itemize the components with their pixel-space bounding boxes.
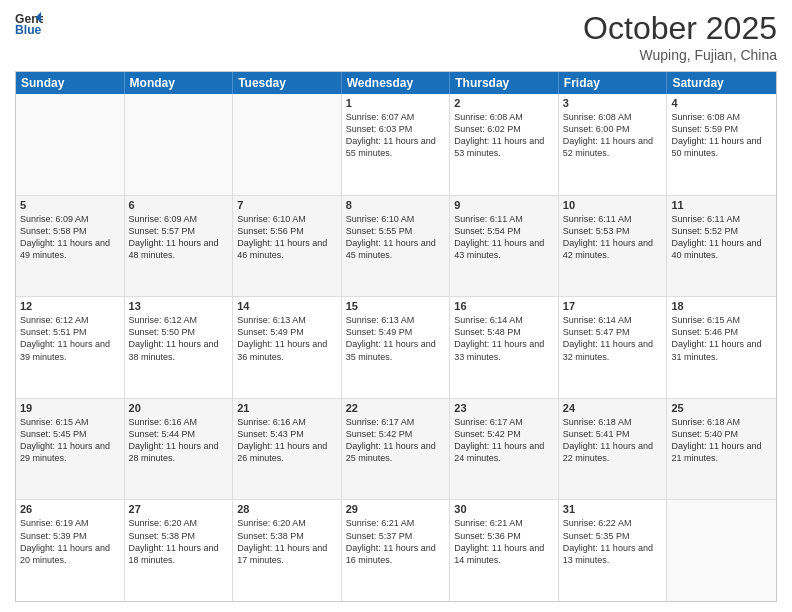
day-info: Sunrise: 6:17 AMSunset: 5:42 PMDaylight:… [454, 416, 554, 465]
day-number: 23 [454, 402, 554, 414]
day-cell: 6Sunrise: 6:09 AMSunset: 5:57 PMDaylight… [125, 196, 234, 297]
day-number: 10 [563, 199, 663, 211]
day-cell: 30Sunrise: 6:21 AMSunset: 5:36 PMDayligh… [450, 500, 559, 601]
day-header: Monday [125, 72, 234, 94]
day-header: Sunday [16, 72, 125, 94]
day-cell: 1Sunrise: 6:07 AMSunset: 6:03 PMDaylight… [342, 94, 451, 195]
day-info: Sunrise: 6:15 AMSunset: 5:45 PMDaylight:… [20, 416, 120, 465]
weeks: 1Sunrise: 6:07 AMSunset: 6:03 PMDaylight… [16, 94, 776, 601]
day-info: Sunrise: 6:14 AMSunset: 5:48 PMDaylight:… [454, 314, 554, 363]
day-cell: 20Sunrise: 6:16 AMSunset: 5:44 PMDayligh… [125, 399, 234, 500]
day-info: Sunrise: 6:12 AMSunset: 5:50 PMDaylight:… [129, 314, 229, 363]
day-number: 24 [563, 402, 663, 414]
title-block: October 2025 Wuping, Fujian, China [583, 10, 777, 63]
day-cell: 13Sunrise: 6:12 AMSunset: 5:50 PMDayligh… [125, 297, 234, 398]
day-cell: 26Sunrise: 6:19 AMSunset: 5:39 PMDayligh… [16, 500, 125, 601]
day-info: Sunrise: 6:15 AMSunset: 5:46 PMDaylight:… [671, 314, 772, 363]
day-number: 14 [237, 300, 337, 312]
day-info: Sunrise: 6:18 AMSunset: 5:41 PMDaylight:… [563, 416, 663, 465]
day-info: Sunrise: 6:20 AMSunset: 5:38 PMDaylight:… [237, 517, 337, 566]
day-number: 1 [346, 97, 446, 109]
day-info: Sunrise: 6:12 AMSunset: 5:51 PMDaylight:… [20, 314, 120, 363]
day-info: Sunrise: 6:22 AMSunset: 5:35 PMDaylight:… [563, 517, 663, 566]
day-cell: 17Sunrise: 6:14 AMSunset: 5:47 PMDayligh… [559, 297, 668, 398]
day-number: 2 [454, 97, 554, 109]
day-number: 22 [346, 402, 446, 414]
day-number: 8 [346, 199, 446, 211]
day-header: Saturday [667, 72, 776, 94]
day-number: 29 [346, 503, 446, 515]
day-info: Sunrise: 6:08 AMSunset: 6:00 PMDaylight:… [563, 111, 663, 160]
day-info: Sunrise: 6:16 AMSunset: 5:43 PMDaylight:… [237, 416, 337, 465]
day-info: Sunrise: 6:21 AMSunset: 5:36 PMDaylight:… [454, 517, 554, 566]
day-number: 30 [454, 503, 554, 515]
day-cell: 2Sunrise: 6:08 AMSunset: 6:02 PMDaylight… [450, 94, 559, 195]
day-cell: 18Sunrise: 6:15 AMSunset: 5:46 PMDayligh… [667, 297, 776, 398]
week-row: 5Sunrise: 6:09 AMSunset: 5:58 PMDaylight… [16, 196, 776, 298]
day-cell: 12Sunrise: 6:12 AMSunset: 5:51 PMDayligh… [16, 297, 125, 398]
day-number: 9 [454, 199, 554, 211]
day-number: 19 [20, 402, 120, 414]
day-number: 11 [671, 199, 772, 211]
day-cell: 31Sunrise: 6:22 AMSunset: 5:35 PMDayligh… [559, 500, 668, 601]
day-cell: 14Sunrise: 6:13 AMSunset: 5:49 PMDayligh… [233, 297, 342, 398]
day-info: Sunrise: 6:08 AMSunset: 5:59 PMDaylight:… [671, 111, 772, 160]
week-row: 19Sunrise: 6:15 AMSunset: 5:45 PMDayligh… [16, 399, 776, 501]
day-cell: 29Sunrise: 6:21 AMSunset: 5:37 PMDayligh… [342, 500, 451, 601]
day-number: 28 [237, 503, 337, 515]
day-number: 5 [20, 199, 120, 211]
day-header: Wednesday [342, 72, 451, 94]
day-cell: 10Sunrise: 6:11 AMSunset: 5:53 PMDayligh… [559, 196, 668, 297]
logo-icon: General Blue [15, 10, 43, 38]
day-cell: 9Sunrise: 6:11 AMSunset: 5:54 PMDaylight… [450, 196, 559, 297]
day-info: Sunrise: 6:11 AMSunset: 5:52 PMDaylight:… [671, 213, 772, 262]
svg-text:Blue: Blue [15, 23, 42, 37]
day-number: 13 [129, 300, 229, 312]
day-cell: 11Sunrise: 6:11 AMSunset: 5:52 PMDayligh… [667, 196, 776, 297]
week-row: 1Sunrise: 6:07 AMSunset: 6:03 PMDaylight… [16, 94, 776, 196]
day-info: Sunrise: 6:20 AMSunset: 5:38 PMDaylight:… [129, 517, 229, 566]
day-number: 15 [346, 300, 446, 312]
day-number: 27 [129, 503, 229, 515]
header: General Blue October 2025 Wuping, Fujian… [15, 10, 777, 63]
day-cell: 7Sunrise: 6:10 AMSunset: 5:56 PMDaylight… [233, 196, 342, 297]
day-cell: 21Sunrise: 6:16 AMSunset: 5:43 PMDayligh… [233, 399, 342, 500]
day-header: Thursday [450, 72, 559, 94]
day-headers: SundayMondayTuesdayWednesdayThursdayFrid… [16, 72, 776, 94]
empty-cell [125, 94, 234, 195]
day-number: 16 [454, 300, 554, 312]
day-number: 26 [20, 503, 120, 515]
day-info: Sunrise: 6:11 AMSunset: 5:54 PMDaylight:… [454, 213, 554, 262]
day-cell: 24Sunrise: 6:18 AMSunset: 5:41 PMDayligh… [559, 399, 668, 500]
day-info: Sunrise: 6:13 AMSunset: 5:49 PMDaylight:… [237, 314, 337, 363]
week-row: 26Sunrise: 6:19 AMSunset: 5:39 PMDayligh… [16, 500, 776, 601]
day-cell: 3Sunrise: 6:08 AMSunset: 6:00 PMDaylight… [559, 94, 668, 195]
day-cell: 22Sunrise: 6:17 AMSunset: 5:42 PMDayligh… [342, 399, 451, 500]
day-cell: 15Sunrise: 6:13 AMSunset: 5:49 PMDayligh… [342, 297, 451, 398]
day-info: Sunrise: 6:21 AMSunset: 5:37 PMDaylight:… [346, 517, 446, 566]
empty-cell [667, 500, 776, 601]
day-number: 12 [20, 300, 120, 312]
day-cell: 4Sunrise: 6:08 AMSunset: 5:59 PMDaylight… [667, 94, 776, 195]
month-title: October 2025 [583, 10, 777, 47]
week-row: 12Sunrise: 6:12 AMSunset: 5:51 PMDayligh… [16, 297, 776, 399]
day-info: Sunrise: 6:11 AMSunset: 5:53 PMDaylight:… [563, 213, 663, 262]
logo: General Blue [15, 10, 43, 38]
day-header: Tuesday [233, 72, 342, 94]
day-number: 31 [563, 503, 663, 515]
day-info: Sunrise: 6:08 AMSunset: 6:02 PMDaylight:… [454, 111, 554, 160]
day-number: 3 [563, 97, 663, 109]
day-info: Sunrise: 6:10 AMSunset: 5:55 PMDaylight:… [346, 213, 446, 262]
day-number: 17 [563, 300, 663, 312]
day-info: Sunrise: 6:16 AMSunset: 5:44 PMDaylight:… [129, 416, 229, 465]
day-info: Sunrise: 6:09 AMSunset: 5:58 PMDaylight:… [20, 213, 120, 262]
day-cell: 16Sunrise: 6:14 AMSunset: 5:48 PMDayligh… [450, 297, 559, 398]
day-cell: 5Sunrise: 6:09 AMSunset: 5:58 PMDaylight… [16, 196, 125, 297]
day-number: 7 [237, 199, 337, 211]
day-number: 20 [129, 402, 229, 414]
day-header: Friday [559, 72, 668, 94]
day-info: Sunrise: 6:09 AMSunset: 5:57 PMDaylight:… [129, 213, 229, 262]
day-cell: 8Sunrise: 6:10 AMSunset: 5:55 PMDaylight… [342, 196, 451, 297]
calendar: SundayMondayTuesdayWednesdayThursdayFrid… [15, 71, 777, 602]
day-info: Sunrise: 6:10 AMSunset: 5:56 PMDaylight:… [237, 213, 337, 262]
